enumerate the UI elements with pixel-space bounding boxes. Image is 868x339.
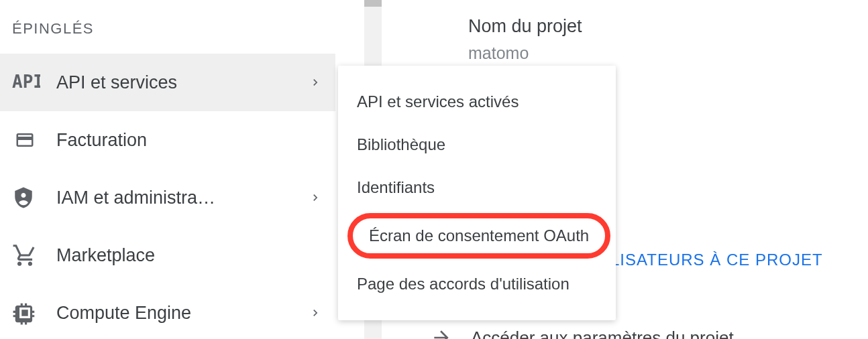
submenu-item-enabled-apis[interactable]: API et services activés: [338, 80, 616, 123]
chevron-right-icon: [309, 191, 322, 204]
scrollbar-thumb[interactable]: [364, 0, 382, 7]
sidebar-item-api-services[interactable]: API API et services: [0, 54, 335, 111]
sidebar-item-label: Facturation: [56, 130, 322, 151]
sidebar-item-label: Compute Engine: [56, 303, 309, 324]
submenu-item-oauth-consent[interactable]: Écran de consentement OAuth: [347, 213, 610, 259]
svg-text:API: API: [12, 73, 40, 92]
marketplace-cart-icon: [12, 243, 56, 268]
submenu-item-usage-agreements[interactable]: Page des accords d'utilisation: [338, 263, 616, 306]
api-services-submenu: API et services activés Bibliothèque Ide…: [338, 66, 616, 320]
project-name-value: matomo: [429, 37, 868, 63]
sidebar-item-label: IAM et administra…: [56, 188, 309, 208]
chevron-right-icon: [309, 76, 322, 89]
api-icon: API: [12, 73, 56, 92]
sidebar-item-billing[interactable]: Facturation: [0, 111, 335, 169]
compute-chip-icon: [12, 300, 56, 326]
pinned-section-label: ÉPINGLÉS: [0, 0, 335, 54]
sidebar-item-marketplace[interactable]: Marketplace: [0, 226, 335, 284]
submenu-item-credentials[interactable]: Identifiants: [338, 166, 616, 209]
sidebar-item-label: Marketplace: [56, 245, 322, 266]
iam-shield-icon: [12, 184, 56, 211]
sidebar: ÉPINGLÉS API API et services Facturation…: [0, 0, 335, 339]
chevron-right-icon: [309, 306, 322, 320]
sidebar-item-label: API et services: [56, 72, 309, 93]
sidebar-item-iam[interactable]: IAM et administra…: [0, 169, 335, 226]
sidebar-item-compute-engine[interactable]: Compute Engine: [0, 284, 335, 339]
project-settings-label: Accéder aux paramètres du projet: [471, 328, 734, 340]
arrow-right-icon: [431, 327, 452, 339]
project-name-label: Nom du projet: [429, 0, 868, 37]
billing-icon: [12, 130, 56, 150]
submenu-item-library[interactable]: Bibliothèque: [338, 123, 616, 166]
